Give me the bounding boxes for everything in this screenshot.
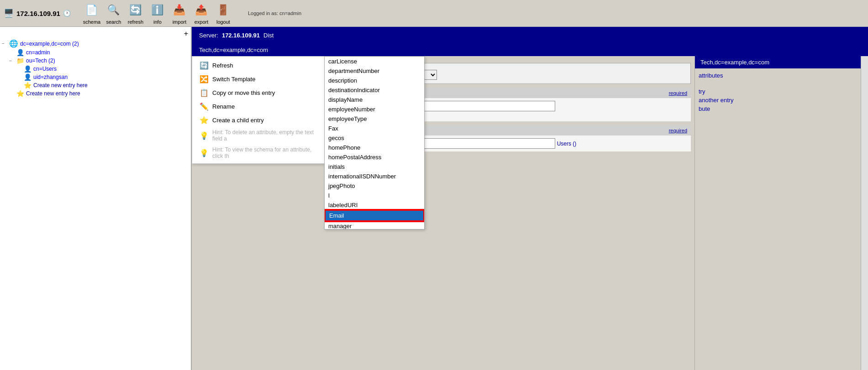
- history-icon: 🕐: [63, 10, 71, 17]
- dist-text: Dist: [263, 32, 274, 39]
- dropdown-item-destinationIndicator[interactable]: destinationIndicator: [325, 85, 424, 95]
- dn-bar: Tech,dc=example,dc=com: [192, 43, 868, 56]
- toggle-dc-example[interactable]: −: [2, 41, 7, 46]
- cn-users-label: cn=Users: [33, 66, 57, 72]
- import-label: import: [173, 19, 187, 25]
- main-content: 🔄 Refresh 🔀 Switch Template 📋 Copy or mo…: [192, 56, 868, 370]
- person-icon-zhangsan: 👤: [24, 73, 32, 81]
- star-icon-2: ⭐: [16, 90, 24, 97]
- dropdown-item-l[interactable]: l: [325, 191, 424, 200]
- right-panel-attributes-link[interactable]: attributes: [695, 68, 868, 83]
- context-rename[interactable]: ✏️ Rename: [192, 99, 328, 113]
- ou-tech-label: ou=Tech (2): [26, 57, 55, 64]
- logout-button[interactable]: 🚪 logout: [213, 2, 233, 25]
- edit-entry-link[interactable]: try: [699, 88, 864, 95]
- dropdown-item-Email[interactable]: Email: [325, 210, 424, 221]
- server-icon: 🖥️: [4, 8, 14, 18]
- search-label: search: [106, 19, 121, 25]
- dropdown-item-description[interactable]: description: [325, 76, 424, 85]
- scrollbar-stub: [861, 56, 868, 370]
- context-menu: 🔄 Refresh 🔀 Switch Template 📋 Copy or mo…: [192, 56, 329, 164]
- cn-required-label: required: [669, 90, 687, 96]
- dropdown-item-labeledURI[interactable]: labeledURI: [325, 200, 424, 210]
- toolbar: 🖥️ 172.16.109.91 🕐 📄 schema 🔍 search 🔄 r…: [0, 0, 868, 27]
- server-banner: Server: 172.16.109.91 Dist: [192, 27, 868, 43]
- dn-value: Tech,dc=example,dc=com: [199, 47, 268, 53]
- toolbar-title: 🖥️ 172.16.109.91 🕐: [4, 8, 71, 18]
- context-hint-delete-label: Hint: To delete an attribute, empty the …: [212, 129, 321, 142]
- context-refresh[interactable]: 🔄 Refresh: [192, 58, 328, 72]
- right-panel-links: try another entry bute: [695, 83, 868, 118]
- folder-icon-tech: 📁: [16, 57, 24, 64]
- expand-icon[interactable]: +: [184, 30, 188, 38]
- context-rename-label: Rename: [212, 103, 235, 110]
- tree-item-ou-tech[interactable]: − 📁 ou=Tech (2): [2, 57, 189, 65]
- server-ip: 172.16.109.91: [222, 32, 260, 39]
- toolbar-icons: 📄 schema 🔍 search 🔄 refresh ℹ️ info 📥 im…: [82, 2, 233, 25]
- dropdown-item-gecos[interactable]: gecos: [325, 133, 424, 143]
- schema-button[interactable]: 📄 schema: [82, 2, 102, 25]
- toggle-ou-tech[interactable]: −: [9, 58, 15, 63]
- info-button[interactable]: ℹ️ info: [147, 2, 168, 25]
- schema-icon: 📄: [84, 2, 100, 18]
- content-area: Server: 172.16.109.91 Dist Tech,dc=examp…: [192, 27, 868, 370]
- hint-delete-icon: 💡: [200, 131, 209, 140]
- ou-tech-link[interactable]: ou=Tech (2): [26, 57, 55, 64]
- tree-item-cn-admin[interactable]: 👤 cn=admin: [2, 48, 189, 57]
- users-link[interactable]: Users (): [557, 141, 577, 147]
- dropdown-item-employeeNumber[interactable]: employeeNumber: [325, 104, 424, 114]
- dropdown-item-internationalISDNNumber[interactable]: internationalISDNNumber: [325, 172, 424, 181]
- context-menu-wrapper: 🔄 Refresh 🔀 Switch Template 📋 Copy or mo…: [192, 56, 329, 370]
- right-panel-dn: Tech,dc=example,dc=com: [695, 56, 868, 68]
- dropdown-item-manager[interactable]: manager: [325, 221, 424, 229]
- info-label: info: [153, 19, 162, 25]
- right-panel: Tech,dc=example,dc=com attributes try an…: [694, 56, 868, 370]
- create-new-2-label[interactable]: Create new entry here: [26, 90, 80, 97]
- cn-users-link[interactable]: cn=Users: [33, 66, 57, 72]
- copy-move-icon: 📋: [200, 88, 209, 97]
- dc-example-link[interactable]: dc=example,dc=com (2): [20, 41, 79, 47]
- dropdown-item-homePhone[interactable]: homePhone: [325, 143, 424, 152]
- refresh-button[interactable]: 🔄 refresh: [126, 2, 146, 25]
- logged-in-label: Logged in as: cn=admin: [244, 10, 301, 16]
- import-button[interactable]: 📥 import: [169, 2, 189, 25]
- cn-admin-label: cn=admin: [26, 49, 50, 56]
- logout-icon: 🚪: [215, 2, 231, 18]
- server-label: Server:: [199, 32, 218, 39]
- refresh-label: refresh: [128, 19, 143, 25]
- dropdown-item-departmentNumber[interactable]: departmentNumber: [325, 66, 424, 76]
- dropdown-item-employeeType[interactable]: employeeType: [325, 114, 424, 124]
- main-layout: + − 🌐 dc=example,dc=com (2) 👤 cn=admin −…: [0, 27, 868, 370]
- uid-zhangsan-label: uid=zhangsan: [33, 74, 68, 80]
- dropdown-item-displayName[interactable]: displayName: [325, 95, 424, 104]
- context-create-child-label: Create a child entry: [212, 117, 264, 124]
- tree-item-create-new-2[interactable]: ⭐ Create new entry here: [2, 89, 189, 98]
- dropdown-item-homePostalAddress[interactable]: homePostalAddress: [325, 152, 424, 162]
- hint-schema-icon: 💡: [200, 148, 209, 157]
- dropdown-item-Fax[interactable]: Fax: [325, 124, 424, 133]
- search-button[interactable]: 🔍 search: [104, 2, 124, 25]
- context-switch-template[interactable]: 🔀 Switch Template: [192, 72, 328, 86]
- context-create-child[interactable]: ⭐ Create a child entry: [192, 113, 328, 127]
- switch-template-icon: 🔀: [200, 74, 209, 83]
- contribute-link[interactable]: bute: [699, 105, 864, 112]
- tree-item-uid-zhangsan[interactable]: 👤 uid=zhangsan: [2, 73, 189, 81]
- dropdown-item-jpegPhoto[interactable]: jpegPhoto: [325, 181, 424, 191]
- uid-zhangsan-link[interactable]: uid=zhangsan: [33, 74, 68, 80]
- attribute-dropdown-list[interactable]: carLicense departmentNumber description …: [324, 56, 425, 229]
- globe-icon: 🌐: [9, 39, 18, 48]
- copy-another-link[interactable]: another entry: [699, 97, 864, 104]
- cn-admin-link[interactable]: cn=admin: [26, 49, 50, 56]
- server-ip-label: 172.16.109.91: [16, 10, 60, 17]
- tree-item-cn-users[interactable]: 👤 cn=Users: [2, 65, 189, 73]
- create-new-1-label[interactable]: Create new entry here: [33, 82, 88, 89]
- tree-item-create-new-1[interactable]: ⭐ Create new entry here: [2, 81, 189, 89]
- rename-icon: ✏️: [200, 102, 209, 111]
- dropdown-item-carLicense[interactable]: carLicense: [325, 57, 424, 66]
- attributes-label: attributes: [699, 72, 723, 79]
- tree-item-dc-example[interactable]: − 🌐 dc=example,dc=com (2): [2, 39, 189, 48]
- dropdown-item-initials[interactable]: initials: [325, 162, 424, 172]
- export-button[interactable]: 📤 export: [191, 2, 211, 25]
- context-hint-delete: 💡 Hint: To delete an attribute, empty th…: [192, 127, 328, 144]
- context-copy-move[interactable]: 📋 Copy or move this entry: [192, 86, 328, 99]
